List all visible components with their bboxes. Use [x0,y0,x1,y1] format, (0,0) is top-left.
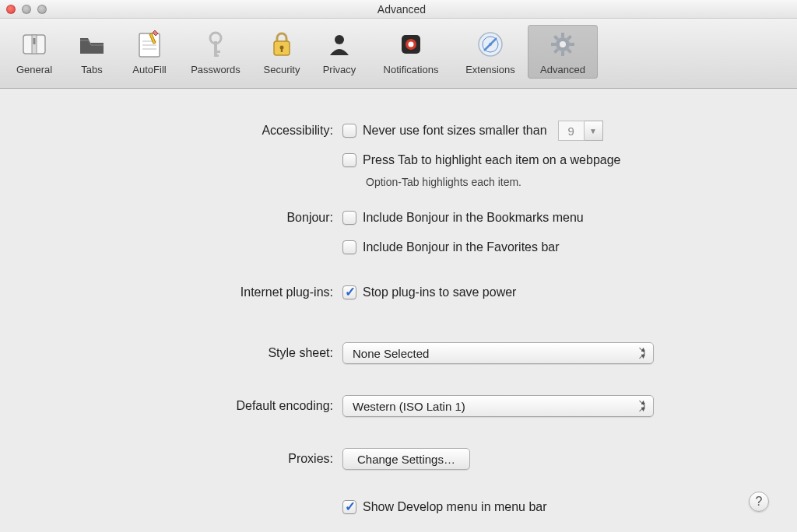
svg-point-24 [560,41,566,47]
stylesheet-value: None Selected [353,347,429,360]
toolbar-security-label: Security [254,64,310,75]
svg-point-17 [409,42,414,47]
stop-plugins-checkbox[interactable] [342,285,356,299]
security-icon [265,28,298,61]
stylesheet-label: Style sheet: [31,346,342,360]
toolbar-tabs[interactable]: Tabs [64,25,120,79]
toolbar-passwords-label: Passwords [179,64,252,75]
proxies-label: Proxies: [31,452,342,466]
toolbar-autofill[interactable]: AutoFill [121,25,177,79]
toolbar-notifications-label: Notifications [369,64,453,75]
bonjour-bookmarks-text: Include Bonjour in the Bookmarks menu [363,211,584,225]
svg-rect-13 [281,48,283,52]
toolbar-advanced-label: Advanced [528,64,598,75]
privacy-icon [323,28,356,61]
help-icon: ? [756,495,763,509]
minimize-button[interactable] [22,5,31,14]
show-develop-checkbox[interactable] [342,500,356,514]
bonjour-bookmarks-checkbox[interactable] [342,211,356,225]
change-settings-button[interactable]: Change Settings… [342,448,470,470]
close-button[interactable] [6,5,16,14]
svg-rect-9 [214,51,220,53]
font-size-stepper[interactable]: ▼ [585,121,603,141]
press-tab-checkbox[interactable] [342,153,356,167]
toolbar: General Tabs AutoFill [0,19,797,89]
toolbar-security[interactable]: Security [254,25,310,79]
svg-rect-25 [561,33,564,37]
window-title: Advanced [377,3,426,16]
bonjour-favorites-text: Include Bonjour in the Favorites bar [363,240,560,254]
extensions-icon [474,28,507,61]
svg-rect-26 [561,51,564,56]
toolbar-general[interactable]: General [6,25,62,79]
svg-rect-2 [33,38,36,44]
svg-rect-28 [570,43,574,46]
toolbar-privacy[interactable]: Privacy [311,25,367,79]
accessibility-label: Accessibility: [31,124,342,138]
svg-rect-8 [214,41,217,55]
svg-rect-10 [214,54,219,57]
encoding-label: Default encoding: [31,399,342,413]
bonjour-favorites-checkbox[interactable] [342,240,356,254]
titlebar: Advanced [0,0,797,19]
toolbar-passwords[interactable]: Passwords [179,25,252,79]
stop-plugins-text: Stop plug-ins to save power [363,285,516,299]
toolbar-general-label: General [6,64,62,75]
window-controls [6,5,47,14]
notifications-icon [395,28,427,61]
encoding-value: Western (ISO Latin 1) [353,400,465,413]
toolbar-extensions[interactable]: Extensions [455,25,526,79]
advanced-icon [546,28,579,61]
toolbar-autofill-label: AutoFill [121,64,177,75]
toolbar-tabs-label: Tabs [64,64,120,75]
toolbar-advanced[interactable]: Advanced [528,25,598,79]
never-use-font-sizes-checkbox[interactable] [342,124,356,138]
plugins-label: Internet plug-ins: [31,285,342,299]
press-tab-hint: Option-Tab highlights each item. [342,176,766,188]
passwords-icon [199,28,232,61]
svg-point-22 [489,43,492,46]
change-settings-text: Change Settings… [357,453,455,466]
zoom-button[interactable] [37,5,47,14]
help-button[interactable]: ? [749,492,769,512]
tabs-icon [75,28,108,61]
autofill-icon [133,28,166,61]
encoding-select[interactable]: Western (ISO Latin 1) ▲▼ [342,395,654,417]
stylesheet-select[interactable]: None Selected ▲▼ [342,342,654,364]
svg-point-14 [335,35,344,44]
general-icon [18,28,51,61]
svg-rect-27 [551,43,556,46]
toolbar-notifications[interactable]: Notifications [369,25,453,79]
content: Accessibility: Never use font sizes smal… [0,89,797,532]
bonjour-label: Bonjour: [31,211,342,225]
toolbar-extensions-label: Extensions [455,64,526,75]
press-tab-text: Press Tab to highlight each item on a we… [363,153,620,167]
show-develop-text: Show Develop menu in menu bar [363,500,547,514]
font-size-input[interactable] [558,121,585,141]
never-use-font-sizes-text: Never use font sizes smaller than [363,124,547,138]
toolbar-privacy-label: Privacy [311,64,367,75]
